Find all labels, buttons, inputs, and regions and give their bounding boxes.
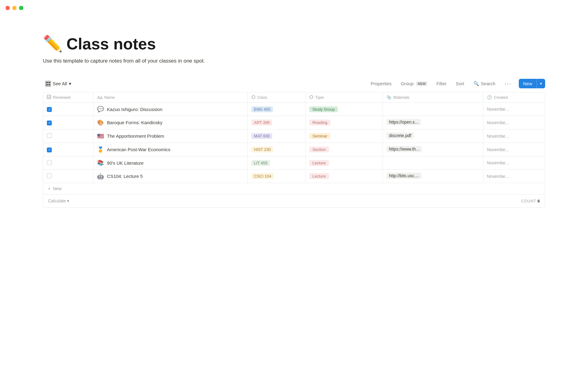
page-title: Class notes [66,35,156,53]
table-row[interactable]: 🇺🇸The Apportionment ProblemMAT 630Semina… [43,129,545,143]
col-header-materials[interactable]: 📎 Materials [383,92,483,103]
sort-label: Sort [456,81,464,86]
reviewed-checkbox[interactable] [47,173,52,178]
filter-label: Filter [436,81,447,86]
filter-button[interactable]: Filter [435,80,448,87]
row-emoji: 🇺🇸 [97,133,104,140]
page-emoji: ✏️ [43,34,63,53]
add-new-row[interactable]: + New [43,183,545,194]
properties-label: Properties [371,81,391,86]
created-date: Novembe... [483,170,545,183]
more-button[interactable]: ··· [503,79,513,88]
page-header: ✏️ Class notes [43,34,545,53]
materials-link[interactable]: http://bits.usc.... [386,173,421,179]
row-emoji: 📚 [97,159,104,166]
close-button[interactable] [6,6,10,10]
table-row[interactable]: 🤖CS104: Lecture 5CSCI 104Lecturehttp://b… [43,170,545,183]
materials-link[interactable]: https://open.s... [386,119,421,125]
row-emoji: 🤖 [97,173,104,180]
name-cell[interactable]: 💬Kazuo Ishiguro: Discussion [97,106,244,113]
svg-point-6 [310,95,313,98]
table-row[interactable]: ✓💬Kazuo Ishiguro: DiscussionENG 455Study… [43,103,545,116]
col-header-name[interactable]: Aa Name [93,92,248,103]
circle-icon-type [309,95,313,100]
checkbox-icon [47,95,51,100]
paperclip-icon: 📎 [386,95,391,100]
name-cell[interactable]: 📚90's UK Literature [97,159,244,166]
search-icon: 🔍 [473,81,479,86]
search-button[interactable]: 🔍 Search [472,80,497,88]
row-emoji: 💬 [97,106,104,113]
name-cell[interactable]: 🇺🇸The Apportionment Problem [97,133,244,140]
table-row[interactable]: 📚90's UK LiteratureLIT 455LectureNovembe… [43,156,545,170]
col-header-type[interactable]: Type [306,92,383,103]
table-header-row: Reviewed Aa Name [43,92,545,103]
calculate-button[interactable]: Calculate ▾ [48,198,69,203]
created-date: Novembe... [483,129,545,143]
reviewed-checkbox[interactable] [47,160,52,165]
created-date: Novembe... [483,103,545,116]
circle-icon-class [251,95,255,100]
svg-point-5 [252,95,255,98]
reviewed-checkbox[interactable]: ✓ [47,121,52,125]
titlebar [0,0,588,16]
col-header-reviewed[interactable]: Reviewed [43,92,93,103]
minimize-button[interactable] [12,6,17,10]
see-all-button[interactable]: See All ▾ [43,80,74,88]
name-cell[interactable]: 🤖CS104: Lecture 5 [97,173,244,180]
count-label: COUNT [521,199,536,203]
row-name: Baroque Forms: Kandinsky [107,120,162,125]
type-tag[interactable]: Seminar [309,133,330,139]
svg-rect-0 [46,82,48,83]
materials-link[interactable]: discrete.pdf [386,132,413,139]
class-tag[interactable]: LIT 455 [251,160,270,166]
type-tag[interactable]: Study Group [309,106,338,112]
col-name-label: Name [104,95,115,100]
materials-link[interactable]: https://www.th... [386,146,422,152]
properties-button[interactable]: Properties [369,80,393,87]
col-class-label: Class [257,95,267,100]
search-label: Search [481,81,496,86]
text-icon: Aa [97,95,102,100]
reviewed-checkbox[interactable]: ✓ [47,107,52,112]
new-button[interactable]: New ▾ [519,79,545,88]
col-header-class[interactable]: Class [248,92,306,103]
table-row[interactable]: ✓🥇American Post-War EconomicsHIST 230Sec… [43,143,545,156]
created-date: Novembe... [483,143,545,156]
class-tag[interactable]: ENG 455 [251,106,273,112]
name-cell[interactable]: 🎨Baroque Forms: Kandinsky [97,119,244,126]
group-button[interactable]: Group NEW [399,80,429,87]
class-tag[interactable]: CSCI 104 [251,173,273,179]
type-tag[interactable]: Lecture [309,173,329,179]
new-row-label: New [53,186,62,191]
svg-rect-2 [46,84,48,86]
calculate-label: Calculate [48,198,66,203]
svg-rect-3 [48,84,50,86]
maximize-button[interactable] [19,6,23,10]
plus-icon: + [48,186,51,191]
sort-button[interactable]: Sort [454,80,466,87]
row-name: The Apportionment Problem [107,133,164,139]
col-header-created[interactable]: 🕐 Created [483,92,545,103]
col-reviewed-label: Reviewed [53,95,70,100]
class-tag[interactable]: HIST 230 [251,147,273,152]
row-name: 90's UK Literature [107,160,144,166]
name-cell[interactable]: 🥇American Post-War Economics [97,146,244,153]
class-tag[interactable]: ART 399 [251,120,272,125]
col-created-label: Created [494,95,508,100]
row-emoji: 🥇 [97,146,104,153]
row-emoji: 🎨 [97,119,104,126]
type-tag[interactable]: Lecture [309,160,329,166]
grid-icon [45,81,51,86]
new-button-arrow[interactable]: ▾ [537,79,545,88]
toolbar-left: See All ▾ [43,80,74,88]
chevron-down-icon: ▾ [69,81,71,86]
row-name: American Post-War Economics [107,147,170,152]
class-tag[interactable]: MAT 630 [251,133,272,139]
group-label: Group [401,81,414,86]
reviewed-checkbox[interactable] [47,133,52,138]
type-tag[interactable]: Section [309,147,329,152]
table-row[interactable]: ✓🎨Baroque Forms: KandinskyART 399Reading… [43,116,545,129]
type-tag[interactable]: Reading [309,120,330,125]
reviewed-checkbox[interactable]: ✓ [47,148,52,152]
